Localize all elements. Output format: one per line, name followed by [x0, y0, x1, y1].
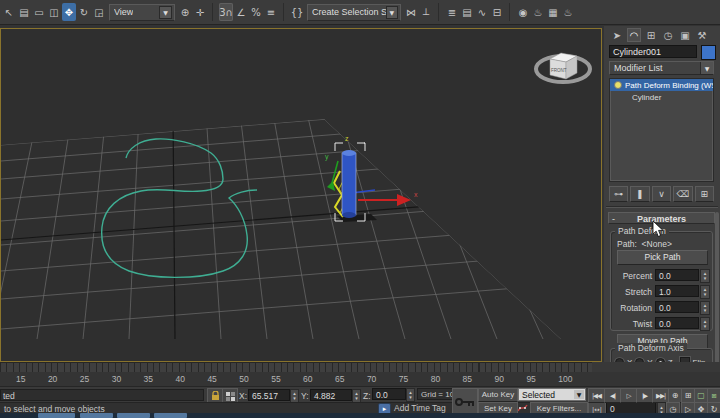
- ref-coord-dropdown[interactable]: View▼: [109, 4, 175, 21]
- rotation-field[interactable]: 0.0: [655, 301, 699, 313]
- select-and-scale-icon[interactable]: ◲: [92, 3, 106, 21]
- remove-modifier-button[interactable]: ⌫: [673, 186, 692, 202]
- select-object-icon[interactable]: ↖: [2, 3, 16, 21]
- taskbar-button[interactable]: [154, 413, 187, 418]
- tab-motion[interactable]: ◷: [661, 28, 675, 42]
- frame-number: 35: [144, 374, 153, 384]
- mouse-cursor: [652, 220, 664, 238]
- spinner-buttons[interactable]: ▴▾: [700, 301, 710, 315]
- snap-toggle-3d-icon[interactable]: 3∩: [219, 3, 233, 21]
- add-time-tag-button[interactable]: Add Time Tag: [394, 403, 446, 413]
- pin-stack-button[interactable]: ⊶: [609, 186, 628, 202]
- use-pivot-center-icon[interactable]: ⊕: [178, 3, 192, 21]
- modifier-stack-entry[interactable]: Cylinder: [610, 91, 713, 103]
- pick-path-button[interactable]: Pick Path: [617, 250, 708, 265]
- tab-utilities[interactable]: ⚒: [695, 28, 709, 42]
- render-setup-icon[interactable]: ♨: [531, 3, 545, 21]
- modifier-stack[interactable]: Path Deform Binding (WSCylinder: [609, 78, 714, 182]
- chevron-down-icon: ▼: [700, 62, 713, 74]
- spinner-label: Twist: [633, 319, 652, 329]
- cylinder-object[interactable]: [342, 153, 356, 215]
- x-coord-field[interactable]: 65.517: [248, 389, 290, 401]
- make-unique-button[interactable]: ∨: [652, 186, 671, 202]
- spinner-label: Stretch: [625, 287, 652, 297]
- modifier-bulb-icon[interactable]: [614, 81, 622, 89]
- stretch-field[interactable]: 1.0: [655, 285, 699, 297]
- percent-snap-icon[interactable]: %: [249, 3, 263, 21]
- spinner-buttons[interactable]: ▴▾: [700, 317, 710, 331]
- timeline-ruler[interactable]: [0, 362, 592, 372]
- taskbar-button[interactable]: [117, 413, 150, 418]
- perspective-viewport[interactable]: x z y FRONT: [0, 28, 602, 362]
- rectangular-selection-region-icon[interactable]: ▭: [32, 3, 46, 21]
- viewport-canvas: x z y FRONT: [1, 29, 601, 361]
- spinner-row-twist: Twist0.0▴▾: [611, 316, 714, 332]
- x-coord-label: X:: [239, 391, 247, 401]
- named-selection-sets-icon[interactable]: {}: [290, 3, 304, 21]
- show-end-result-button[interactable]: ❚: [630, 186, 649, 202]
- schematic-view-icon[interactable]: ⊟: [490, 3, 504, 21]
- spinner-row-percent: Percent0.0▴▾: [611, 268, 714, 284]
- x-spinner[interactable]: ▴▾: [290, 389, 299, 403]
- taskbar-button[interactable]: [38, 413, 75, 418]
- ref-coord-dropdown-value: View: [114, 7, 133, 17]
- object-color-swatch[interactable]: [701, 45, 716, 60]
- zoom-button[interactable]: ⊕: [668, 388, 682, 403]
- select-and-manipulate-icon[interactable]: ✛: [193, 3, 207, 21]
- select-and-rotate-icon[interactable]: ↻: [77, 3, 91, 21]
- panel-scrollbar[interactable]: [715, 212, 719, 382]
- material-editor-icon[interactable]: ◉: [516, 3, 530, 21]
- zoom-all-button[interactable]: ⊞: [681, 388, 695, 403]
- z-coord-field[interactable]: 0.0: [372, 388, 406, 400]
- selection-set-dropdown[interactable]: Create Selection Se▼: [307, 4, 401, 21]
- rendered-frame-icon[interactable]: ▦: [546, 3, 560, 21]
- go-to-start-button[interactable]: |◀◀: [588, 388, 605, 403]
- spinner-buttons[interactable]: ▴▾: [700, 285, 710, 299]
- configure-modifier-sets-button[interactable]: ⊞: [695, 186, 714, 202]
- zoom-extents-all-button[interactable]: ⧈: [707, 388, 720, 403]
- mirror-icon[interactable]: ⋈: [404, 3, 418, 21]
- filter-value: Selected: [522, 390, 555, 400]
- toggle-set-key-button[interactable]: [452, 388, 478, 416]
- path-value: <None>: [642, 239, 672, 249]
- zoom-extents-button[interactable]: ▢: [694, 388, 708, 403]
- modifier-list-dropdown[interactable]: Modifier List ▼: [609, 61, 714, 75]
- next-frame-button[interactable]: |▶: [636, 388, 653, 403]
- layer-manager-icon[interactable]: ≣: [445, 3, 459, 21]
- twist-field[interactable]: 0.0: [655, 317, 699, 329]
- tab-hierarchy[interactable]: ⊞: [644, 28, 658, 42]
- y-spinner[interactable]: ▴▾: [352, 389, 361, 403]
- graphite-ribbon-icon[interactable]: ▤: [460, 3, 474, 21]
- object-name-field[interactable]: Cylinder001: [609, 45, 697, 58]
- previous-frame-button[interactable]: ◀|: [604, 388, 621, 403]
- auto-key-button[interactable]: Auto Key: [478, 388, 518, 402]
- curve-editor-icon[interactable]: ∿: [475, 3, 489, 21]
- timeline-frame-numbers: 1520253035404550556065707580859095100: [0, 372, 592, 386]
- frame-number: 90: [495, 374, 504, 384]
- group-title: Path Deform Axis: [615, 343, 687, 353]
- select-by-name-icon[interactable]: ▤: [17, 3, 31, 21]
- angle-snap-icon[interactable]: ∠: [234, 3, 248, 21]
- go-to-end-button[interactable]: ▶▶|: [652, 388, 669, 403]
- selection-filter-dropdown[interactable]: Selected ▼: [518, 388, 586, 401]
- render-production-icon[interactable]: ♨: [561, 3, 575, 21]
- taskbar-button[interactable]: [80, 413, 113, 418]
- z-spinner[interactable]: ▴▾: [406, 388, 415, 402]
- select-and-move-icon[interactable]: ✥: [62, 3, 76, 21]
- tab-create[interactable]: ➤: [610, 28, 624, 42]
- spinner-buttons[interactable]: ▴▾: [700, 269, 710, 283]
- path-value-line: Path: <None>: [617, 239, 672, 249]
- align-icon[interactable]: ⟂: [419, 3, 433, 21]
- tab-modify[interactable]: ◠: [627, 28, 641, 42]
- modifier-stack-entry[interactable]: Path Deform Binding (WS: [610, 79, 713, 91]
- viewcube[interactable]: FRONT: [536, 53, 590, 82]
- tab-display[interactable]: ▣: [678, 28, 692, 42]
- percent-field[interactable]: 0.0: [655, 269, 699, 281]
- spinner-snap-icon[interactable]: ≡: [264, 3, 278, 21]
- z-coord-label: Z:: [363, 391, 371, 401]
- frame-number: 15: [16, 374, 25, 384]
- play-button[interactable]: ▷: [620, 388, 637, 403]
- stack-tools: ⊶❚∨⌫⊞: [609, 186, 714, 202]
- window-crossing-icon[interactable]: ◫: [47, 3, 61, 21]
- y-coord-field[interactable]: 4.882: [310, 389, 352, 401]
